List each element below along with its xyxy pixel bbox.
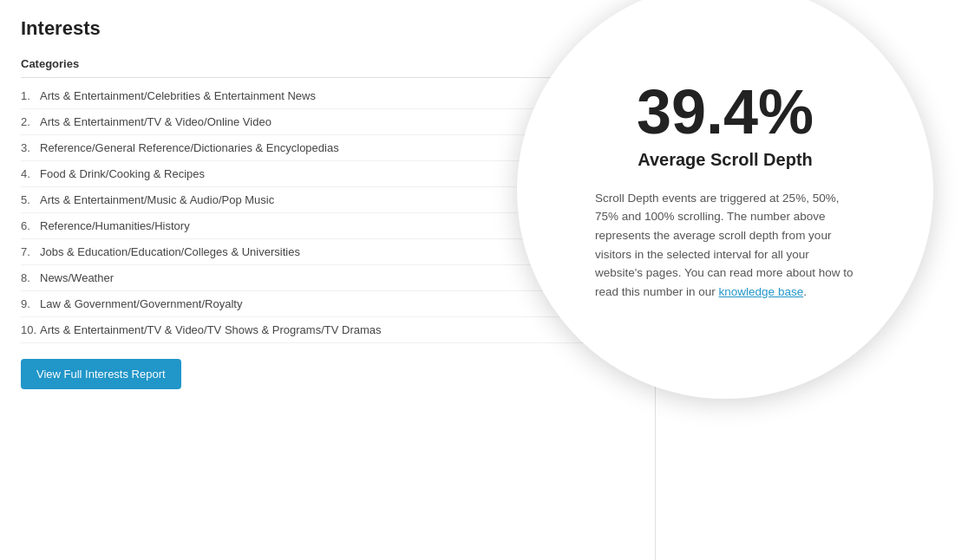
row-category: Reference/General Reference/Dictionaries… bbox=[40, 141, 339, 154]
scroll-panel: Scroll 39.4% Average Scroll Depth Scroll… bbox=[656, 0, 968, 560]
scroll-depth-label: Average Scroll Depth bbox=[638, 150, 813, 170]
row-number: 6. bbox=[21, 219, 40, 232]
row-number: 8. bbox=[21, 271, 40, 284]
row-category: Arts & Entertainment/Music & Audio/Pop M… bbox=[40, 193, 274, 206]
row-category: Food & Drink/Cooking & Recipes bbox=[40, 167, 205, 180]
row-number: 9. bbox=[21, 297, 40, 310]
knowledge-base-link[interactable]: knowledge base bbox=[719, 285, 804, 298]
scroll-circle: 39.4% Average Scroll Depth Scroll Depth … bbox=[517, 0, 933, 399]
row-category: Arts & Entertainment/TV & Video/TV Shows… bbox=[40, 323, 382, 336]
row-number: 1. bbox=[21, 89, 40, 102]
row-category: Arts & Entertainment/Celebrities & Enter… bbox=[40, 89, 316, 102]
col-categories-header: Categories bbox=[21, 57, 79, 70]
row-category: Arts & Entertainment/TV & Video/Online V… bbox=[40, 115, 271, 128]
row-number: 10. bbox=[21, 323, 40, 336]
table-header: Categories % of Interest bbox=[21, 57, 634, 78]
row-number: 7. bbox=[21, 245, 40, 258]
scroll-description: Scroll Depth events are triggered at 25%… bbox=[595, 189, 855, 302]
view-interests-button[interactable]: View Full Interests Report bbox=[21, 359, 181, 389]
row-category: Law & Government/Government/Royalty bbox=[40, 297, 242, 310]
row-number: 4. bbox=[21, 167, 40, 180]
table-row: 10. Arts & Entertainment/TV & Video/TV S… bbox=[21, 317, 634, 343]
row-category: Reference/Humanities/History bbox=[40, 219, 190, 232]
row-number: 5. bbox=[21, 193, 40, 206]
row-category: Jobs & Education/Education/Colleges & Un… bbox=[40, 245, 300, 258]
row-category: News/Weather bbox=[40, 271, 114, 284]
scroll-percent-value: 39.4% bbox=[637, 81, 814, 143]
table-row: 9. Law & Government/Government/Royalty 1… bbox=[21, 291, 634, 317]
row-number: 2. bbox=[21, 115, 40, 128]
row-number: 3. bbox=[21, 141, 40, 154]
interests-title: Interests bbox=[21, 17, 101, 40]
